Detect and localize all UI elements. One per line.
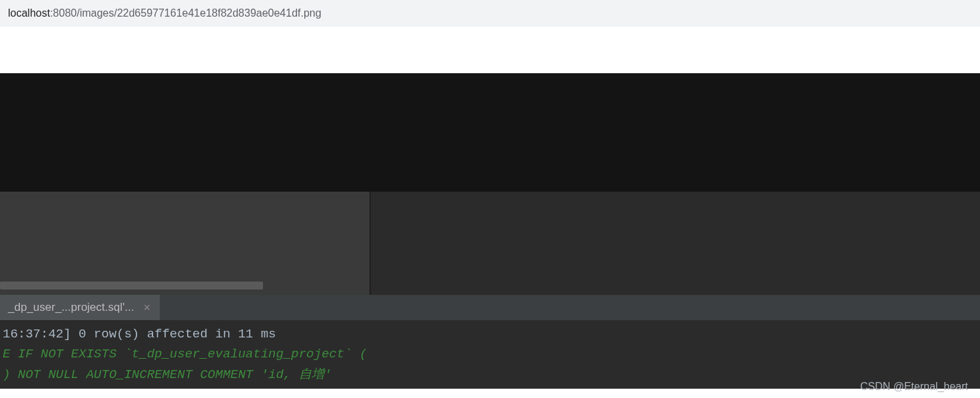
watermark: CSDN @Eternal_heart: [860, 381, 968, 393]
editor-dark-area: [0, 73, 980, 192]
url-path: :8080/images/22d65977161e41e18f82d839ae0…: [50, 7, 322, 19]
console-output: 16:37:42] 0 row(s) affected in 11 ms E I…: [0, 320, 980, 389]
panel-left: [0, 192, 369, 295]
console-tab[interactable]: _dp_user_...project.sql'... ×: [0, 295, 160, 320]
url-host: localhost: [8, 7, 50, 19]
console-tab-bar: _dp_user_...project.sql'... ×: [0, 295, 980, 320]
content-gap: [0, 27, 980, 73]
console-status-line: 16:37:42] 0 row(s) affected in 11 ms: [3, 324, 977, 344]
close-icon[interactable]: ×: [140, 301, 153, 315]
horizontal-scrollbar[interactable]: [0, 282, 263, 290]
console-sql-line: ) NOT NULL AUTO_INCREMENT COMMENT 'id, 自…: [3, 365, 977, 385]
panel-area: [0, 192, 980, 295]
address-bar[interactable]: localhost:8080/images/22d65977161e41e18f…: [0, 0, 980, 27]
tab-label: _dp_user_...project.sql'...: [8, 301, 134, 314]
panel-right: [371, 192, 980, 295]
console-sql-line: E IF NOT EXISTS `t_dp_user_evaluating_pr…: [3, 344, 977, 364]
